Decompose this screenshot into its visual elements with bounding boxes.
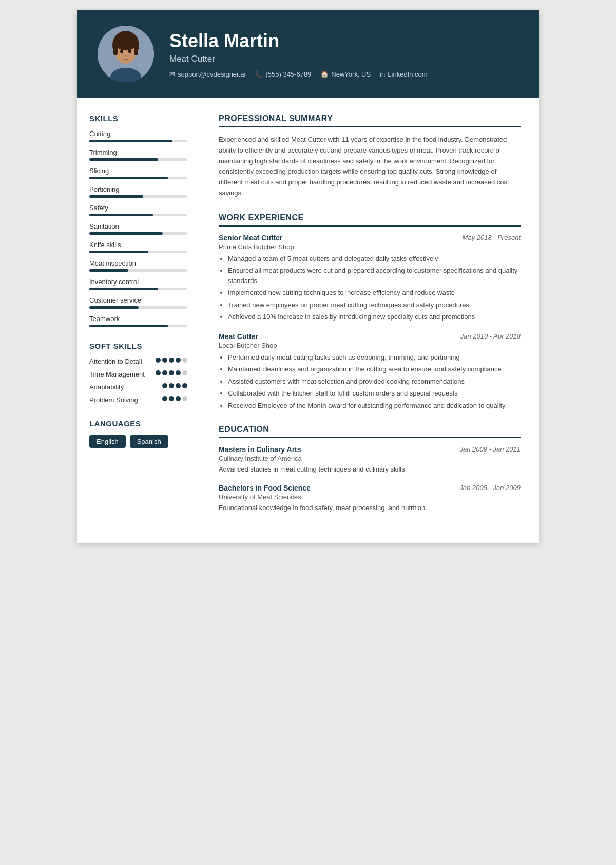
soft-skill-row: Time Management [89,370,187,379]
skill-fill [89,325,168,327]
candidate-name: Stella Martin [169,30,428,52]
edu-degree: Masters in Culinary Arts [219,445,301,454]
skill-name: Sanitation [89,222,187,230]
skill-fill [89,140,172,142]
job-bullet: Assisted customers with meat selection a… [228,377,521,387]
job-entry: Senior Meat Cutter May 2018 - Present Pr… [219,234,521,322]
location-icon: 🏠 [320,70,329,78]
soft-skill-name: Problem Solving [89,396,159,405]
skill-name: Knife skills [89,241,187,249]
skill-bar [89,306,187,309]
education-title: EDUCATION [219,425,521,438]
skill-name: Portioning [89,185,187,193]
skill-name: Safety [89,204,187,212]
svg-rect-5 [134,41,138,55]
dot [176,396,181,401]
skills-title: SKILLS [89,114,187,123]
soft-skill-name: Adaptability [89,383,159,392]
skill-item: Teamwork [89,315,187,327]
skill-item: Knife skills [89,241,187,253]
soft-skill-dots [162,383,187,388]
skill-fill [89,251,148,253]
skill-name: Meat inspection [89,259,187,267]
language-tag: Spanish [130,435,168,448]
language-tags: EnglishSpanish [89,435,187,448]
soft-skill-dots [156,370,187,375]
edu-date: Jan 2005 - Jan 2009 [459,484,521,492]
job-bullet: Maintained cleanliness and organization … [228,364,521,374]
job-bullet: Implemented new cutting techniques to in… [228,288,521,298]
job-bullet: Performed daily meat cutting tasks such … [228,352,521,363]
dot [176,383,181,388]
dot [162,358,167,363]
edu-degree: Bachelors in Food Science [219,484,311,492]
skill-fill [89,214,153,216]
education-entry: Bachelors in Food Science Jan 2005 - Jan… [219,484,521,513]
phone-contact: 📞 (555) 345-6789 [255,70,311,78]
location-contact: 🏠 NewYork, US [320,70,371,78]
skill-bar [89,269,187,272]
summary-title: PROFESSIONAL SUMMARY [219,114,521,127]
edu-header: Masters in Culinary Arts Jan 2009 - Jan … [219,445,521,454]
linkedin-icon: in [380,70,385,78]
body: SKILLS Cutting Trimming Slicing Portioni… [77,98,539,543]
candidate-title: Meat Cutter [169,54,428,64]
summary-section: PROFESSIONAL SUMMARY Experienced and ski… [219,114,521,199]
education-list: Masters in Culinary Arts Jan 2009 - Jan … [219,445,521,513]
skill-item: Portioning [89,185,187,198]
skill-bar [89,325,187,327]
skill-bar [89,158,187,161]
soft-skills-list: Attention to Detail Time Management Adap… [89,358,187,405]
skills-list: Cutting Trimming Slicing Portioning Safe… [89,130,187,327]
dot [176,358,181,363]
languages-title: LANGUAGES [89,419,187,428]
dot [182,370,187,375]
skill-item: Inventory control [89,278,187,290]
dots-row [162,383,187,388]
dot [182,396,187,401]
skill-item: Slicing [89,167,187,179]
experience-title: WORK EXPERIENCE [219,213,521,227]
header: Stella Martin Meat Cutter ✉ support@cvde… [77,10,539,98]
soft-skill-name: Attention to Detail [89,358,152,366]
dot [156,370,161,375]
dot [162,370,167,375]
edu-school: Culinary Institute of America [219,455,521,462]
svg-point-8 [125,55,127,57]
email-icon: ✉ [169,70,175,78]
skill-name: Teamwork [89,315,187,323]
skill-bar [89,232,187,235]
language-tag: English [89,435,126,448]
skill-bar [89,288,187,290]
languages-section: LANGUAGES EnglishSpanish [89,419,187,448]
skill-bar [89,177,187,179]
job-bullet: Ensured all meat products were cut and p… [228,266,521,286]
soft-skills-title: SOFT SKILLS [89,342,187,350]
education-section: EDUCATION Masters in Culinary Arts Jan 2… [219,425,521,513]
edu-desc: Foundational knowledge in food safety, m… [219,503,521,513]
linkedin-value: LinkedIn.com [388,70,427,78]
summary-text: Experienced and skilled Meat Cutter with… [219,135,521,199]
linkedin-contact: in LinkedIn.com [380,70,427,78]
edu-desc: Advanced studies in meat cutting techniq… [219,464,521,475]
soft-skill-dots [156,358,187,363]
job-company: Prime Cuts Butcher Shop [219,243,521,251]
edu-header: Bachelors in Food Science Jan 2005 - Jan… [219,484,521,492]
skill-name: Trimming [89,148,187,156]
location-value: NewYork, US [331,70,371,78]
contact-list: ✉ support@cvdesigner.ai 📞 (555) 345-6789… [169,70,428,78]
svg-point-6 [120,50,123,53]
experience-section: WORK EXPERIENCE Senior Meat Cutter May 2… [219,213,521,411]
job-date: Jan 2010 - Apr 2018 [460,332,521,340]
svg-rect-4 [113,41,118,55]
soft-skills-section: SOFT SKILLS Attention to Detail Time Man… [89,342,187,405]
dots-row [162,396,187,401]
skill-fill [89,177,168,179]
job-company: Local Butcher Shop [219,342,521,349]
skill-bar [89,195,187,198]
dot [169,370,174,375]
job-header: Senior Meat Cutter May 2018 - Present [219,234,521,242]
dot [162,383,167,388]
education-entry: Masters in Culinary Arts Jan 2009 - Jan … [219,445,521,475]
email-contact: ✉ support@cvdesigner.ai [169,70,245,78]
